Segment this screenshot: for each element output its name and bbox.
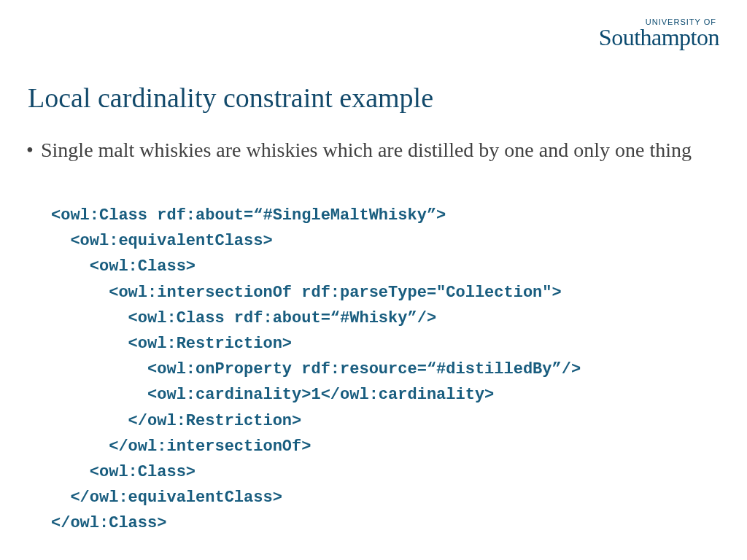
code-line: </owl:Restriction> [51, 412, 301, 430]
code-line: <owl:equivalentClass> [51, 232, 273, 250]
code-line: <owl:intersectionOf rdf:parseType="Colle… [51, 284, 562, 302]
slide-title: Local cardinality constraint example [28, 82, 433, 114]
code-line: <owl:Class> [51, 463, 196, 481]
code-line: <owl:onProperty rdf:resource=“#distilled… [51, 360, 581, 378]
bullet-point: • Single malt whiskies are whiskies whic… [28, 137, 703, 163]
code-line: <owl:cardinality>1</owl:cardinality> [51, 386, 494, 404]
university-logo: UNIVERSITY OF Southampton [599, 18, 719, 48]
code-line: <owl:Class rdf:about=“#Whisky”/> [51, 309, 436, 327]
code-line: <owl:Class> [51, 257, 196, 276]
code-line: </owl:Class> [51, 514, 166, 532]
code-line: </owl:intersectionOf> [51, 438, 311, 456]
code-line: <owl:Class rdf:about=“#SingleMaltWhisky”… [51, 206, 446, 225]
bullet-marker: • [26, 137, 34, 163]
logo-name: Southampton [599, 26, 719, 48]
bullet-text: Single malt whiskies are whiskies which … [28, 137, 703, 163]
code-line: </owl:equivalentClass> [51, 489, 282, 507]
code-line: <owl:Restriction> [51, 335, 292, 353]
code-example: <owl:Class rdf:about=“#SingleMaltWhisky”… [51, 203, 581, 536]
